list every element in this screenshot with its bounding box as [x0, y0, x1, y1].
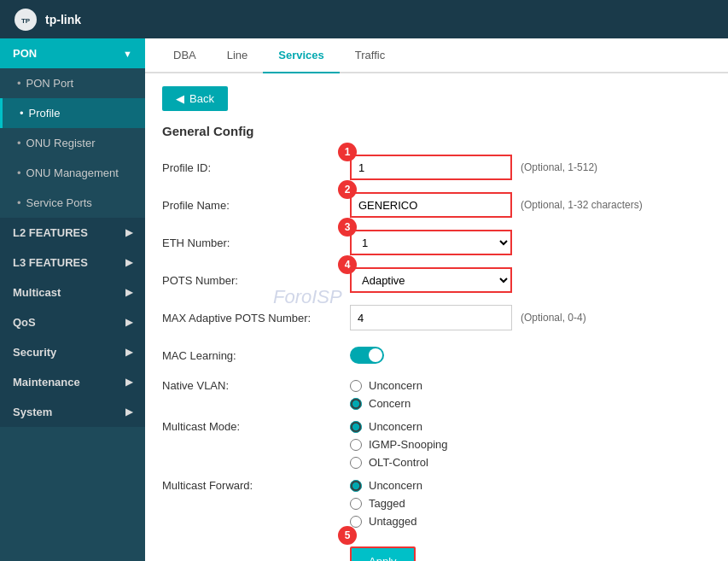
sidebar-item-profile[interactable]: • Profile [0, 98, 145, 128]
profile-name-control: 2 (Optional, 1-32 characters) [350, 192, 643, 218]
badge-4: 4 [338, 255, 357, 274]
multicast-forward-radio-group: Unconcern Tagged Untagged [350, 479, 422, 528]
apply-button[interactable]: Apply [350, 546, 416, 561]
profile-name-badge-wrap: 2 [350, 192, 512, 218]
sidebar-section-qos[interactable]: QoS ▶ [0, 307, 145, 337]
profile-id-hint: (Optional, 1-512) [521, 161, 597, 173]
sidebar-section-multicast[interactable]: Multicast ▶ [0, 278, 145, 307]
chevron-right-icon: ▶ [125, 317, 132, 328]
native-vlan-concern-radio[interactable] [350, 398, 362, 410]
badge-3: 3 [338, 218, 357, 237]
logo-text: tp-link [45, 13, 81, 26]
back-arrow-icon: ◀ [176, 92, 184, 105]
multicast-forward-untagged-row: Untagged [350, 515, 422, 528]
mac-learning-toggle[interactable] [350, 347, 384, 364]
native-vlan-unconcern-label: Unconcern [369, 379, 422, 392]
max-pots-control: (Optional, 0-4) [350, 305, 586, 330]
multicast-mode-unconcern-label: Unconcern [369, 420, 422, 433]
form-row-eth-number: ETH Number: 3 1 2 3 4 [162, 229, 711, 256]
pots-number-select[interactable]: Adaptive 0 1 2 3 4 [350, 267, 512, 293]
multicast-mode-unconcern-row: Unconcern [350, 420, 448, 433]
profile-name-label: Profile Name: [162, 199, 350, 212]
multicast-forward-label: Multicast Forward: [162, 479, 350, 492]
sidebar-section-l2-features[interactable]: L2 FEATURES ▶ [0, 218, 145, 248]
dot-icon: • [17, 77, 21, 90]
tab-dba[interactable]: DBA [158, 38, 212, 73]
form-row-pots-number: POTS Number: 4 Adaptive 0 1 2 3 4 [162, 266, 711, 294]
eth-number-select[interactable]: 1 2 3 4 [350, 230, 512, 255]
sidebar-qos-label: QoS [13, 316, 36, 329]
chevron-right-icon: ▶ [125, 257, 132, 268]
sidebar-pon-label: PON [13, 47, 37, 60]
sidebar-item-pon[interactable]: PON ▼ [0, 38, 145, 68]
sidebar: PON ▼ • PON Port • Profile • ONU Registe… [0, 38, 145, 561]
dot-icon: • [20, 107, 24, 120]
native-vlan-control: Unconcern Concern [350, 379, 422, 410]
chevron-right-icon: ▶ [125, 406, 132, 418]
pots-number-control: 4 Adaptive 0 1 2 3 4 [350, 267, 512, 293]
sidebar-service-ports-label: Service Ports [26, 196, 92, 209]
sidebar-section-l3-features[interactable]: L3 FEATURES ▶ [0, 248, 145, 278]
multicast-mode-igmp-row: IGMP-Snooping [350, 438, 448, 451]
content-area: DBA Line Services Traffic ◀ Back General… [145, 38, 728, 561]
svg-text:TP: TP [21, 17, 31, 25]
multicast-mode-igmp-label: IGMP-Snooping [369, 438, 448, 451]
multicast-mode-igmp-radio[interactable] [350, 439, 362, 451]
multicast-forward-unconcern-label: Unconcern [369, 479, 422, 492]
back-button[interactable]: ◀ Back [162, 86, 228, 111]
multicast-forward-control: Unconcern Tagged Untagged [350, 479, 422, 528]
toggle-knob [369, 348, 382, 362]
form-row-apply: 5 Apply [162, 538, 711, 561]
sidebar-onu-register-label: ONU Register [26, 137, 96, 149]
max-pots-input[interactable] [350, 305, 512, 330]
native-vlan-unconcern-row: Unconcern [350, 379, 422, 392]
profile-id-label: Profile ID: [162, 161, 350, 174]
sidebar-item-service-ports[interactable]: • Service Ports [0, 188, 145, 218]
sidebar-item-onu-management[interactable]: • ONU Management [0, 158, 145, 188]
form-row-profile-name: Profile Name: 2 (Optional, 1-32 characte… [162, 191, 711, 219]
eth-number-control: 3 1 2 3 4 [350, 230, 512, 255]
form-row-mac-learning: MAC Learning: [162, 342, 711, 369]
sidebar-item-pon-port[interactable]: • PON Port [0, 68, 145, 98]
sidebar-section-maintenance[interactable]: Maintenance ▶ [0, 367, 145, 397]
multicast-mode-olt-radio[interactable] [350, 457, 362, 469]
multicast-forward-untagged-radio[interactable] [350, 516, 362, 528]
mac-learning-label: MAC Learning: [162, 349, 350, 362]
sidebar-section-security[interactable]: Security ▶ [0, 337, 145, 367]
form-row-native-vlan: Native VLAN: Unconcern Concern [162, 379, 711, 410]
sidebar-l3-label: L3 FEATURES [13, 256, 88, 269]
sidebar-item-onu-register[interactable]: • ONU Register [0, 128, 145, 158]
sidebar-system-label: System [13, 406, 52, 418]
sidebar-maintenance-label: Maintenance [13, 376, 80, 389]
multicast-mode-olt-row: OLT-Control [350, 456, 448, 469]
profile-name-input[interactable] [350, 192, 512, 218]
dot-icon: • [17, 137, 21, 149]
multicast-forward-tagged-label: Tagged [369, 497, 405, 510]
multicast-mode-radio-group: Unconcern IGMP-Snooping OLT-Control [350, 420, 448, 469]
multicast-mode-control: Unconcern IGMP-Snooping OLT-Control [350, 420, 448, 469]
native-vlan-unconcern-radio[interactable] [350, 380, 362, 392]
chevron-down-icon: ▼ [123, 49, 132, 59]
pots-number-label: POTS Number: [162, 274, 350, 287]
native-vlan-concern-row: Concern [350, 397, 422, 410]
form-row-max-pots: MAX Adaptive POTS Number: (Optional, 0-4… [162, 304, 711, 331]
profile-id-control: 1 (Optional, 1-512) [350, 155, 597, 180]
sidebar-pon-port-label: PON Port [26, 77, 74, 90]
tab-traffic[interactable]: Traffic [340, 38, 400, 73]
header: TP tp-link [0, 0, 728, 38]
multicast-forward-unconcern-radio[interactable] [350, 480, 362, 492]
sidebar-multicast-label: Multicast [13, 286, 61, 299]
form-row-profile-id: Profile ID: 1 (Optional, 1-512) [162, 154, 711, 181]
multicast-forward-tagged-radio[interactable] [350, 498, 362, 510]
multicast-mode-unconcern-radio[interactable] [350, 421, 362, 433]
tab-services[interactable]: Services [263, 38, 340, 73]
multicast-mode-label: Multicast Mode: [162, 420, 350, 433]
multicast-mode-olt-label: OLT-Control [369, 456, 428, 469]
sidebar-section-system[interactable]: System ▶ [0, 397, 145, 427]
tab-line[interactable]: Line [212, 38, 264, 73]
sidebar-security-label: Security [13, 346, 56, 359]
badge-5: 5 [338, 526, 357, 545]
dot-icon: • [17, 196, 21, 209]
profile-id-badge-wrap: 1 [350, 155, 512, 180]
profile-id-input[interactable] [350, 155, 512, 180]
